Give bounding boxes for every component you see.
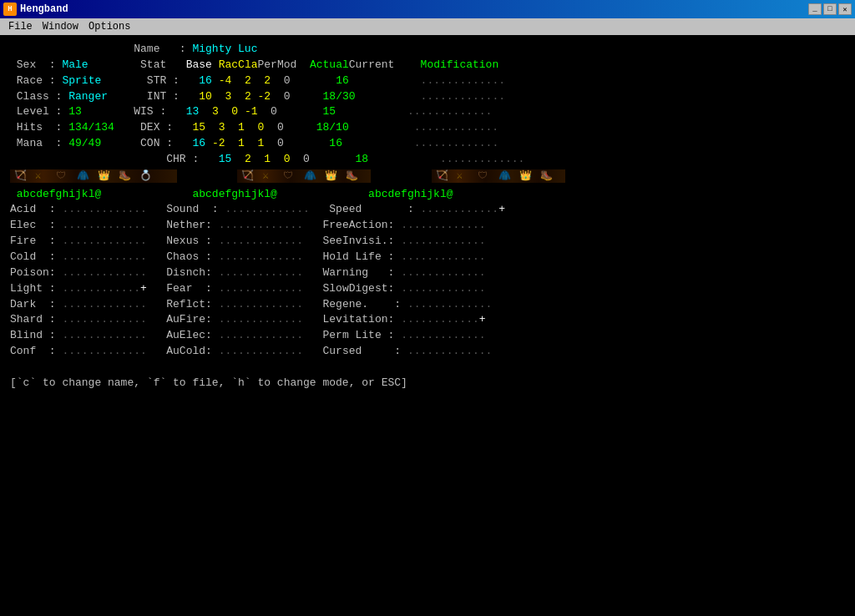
title-bar: H Hengband _ □ ✕ (0, 0, 855, 18)
character-name: Mighty Luc (192, 42, 257, 58)
window-title: Hengband (20, 3, 68, 15)
equip-image-row: 🏹 ⚔ 🛡 🧥 👑 🥾 💍 🏹 ⚔ 🛡 🧥 👑 🥾 🏹 ⚔ 🛡 🧥 👑 (10, 169, 845, 185)
race-value: Sprite (62, 73, 101, 89)
resist-row-10: Conf : ............. AuCold: ...........… (10, 344, 845, 360)
mana-con-row: Mana : 49/49 CON : 16 -2 1 1 0 16 ......… (10, 136, 845, 152)
title-buttons: _ □ ✕ (808, 3, 852, 15)
game-area: Name : Mighty Luc Sex : Male Stat Base R… (0, 35, 855, 616)
menu-file[interactable]: File (3, 20, 38, 33)
sex-value: Male (62, 58, 88, 73)
class-value: Ranger (68, 89, 108, 105)
menu-options[interactable]: Options (83, 20, 135, 33)
title-bar-left: H Hengband (3, 3, 68, 16)
name-row: Name : Mighty Luc (10, 42, 845, 58)
stat-col-header: Sex : (10, 58, 62, 73)
equip-label-row: abcdefghijkl@ abcdefghijkl@ abcdefghijkl… (10, 187, 845, 203)
prompt-text: [`c` to change name, `f` to file, `h` to… (10, 376, 407, 391)
resist-row-5: Poison: ............. Disnch: ..........… (10, 265, 845, 281)
close-button[interactable]: ✕ (838, 3, 852, 15)
menu-window[interactable]: Window (38, 20, 83, 33)
maximize-button[interactable]: □ (823, 3, 837, 15)
stats-header: Sex : Male Stat Base RacClaPerMod Actual… (10, 58, 845, 73)
resist-row-4: Cold : ............. Chaos : ...........… (10, 250, 845, 265)
name-label: Name : (10, 42, 192, 58)
resist-row-6: Light : ............+ Fear : ...........… (10, 281, 845, 297)
resist-header-row: Acid : ............. Sound : ...........… (10, 202, 845, 218)
resist-row-7: Dark : ............. Reflct: ...........… (10, 297, 845, 313)
hits-dex-row: Hits : 134/134 DEX : 15 3 1 0 0 18/10 ..… (10, 120, 845, 136)
race-str-row: Race : Sprite STR : 16 -4 2 2 0 16 .....… (10, 73, 845, 89)
mana-value: 49/49 (68, 136, 101, 152)
level-value: 13 (68, 104, 82, 120)
hits-value: 134/134 (68, 120, 114, 136)
resist-row-9: Blind : ............. AuElec: ..........… (10, 328, 845, 344)
app-icon: H (3, 3, 17, 16)
class-int-row: Class : Ranger INT : 10 3 2 -2 0 18/30 .… (10, 89, 845, 105)
menu-bar: File Window Options (0, 18, 855, 35)
resist-row-8: Shard : ............. AuFire: ..........… (10, 312, 845, 328)
level-wis-row: Level : 13 WIS : 13 3 0 -1 0 15 ........… (10, 104, 845, 120)
prompt-row: [`c` to change name, `f` to file, `h` to… (10, 376, 845, 391)
spacer-row (10, 360, 845, 376)
resist-row-2: Elec : ............. Nether: ...........… (10, 218, 845, 234)
chr-row: CHR : 15 2 1 0 0 18 ............. (10, 152, 845, 168)
resist-row-3: Fire : ............. Nexus : ...........… (10, 234, 845, 250)
minimize-button[interactable]: _ (808, 3, 822, 15)
